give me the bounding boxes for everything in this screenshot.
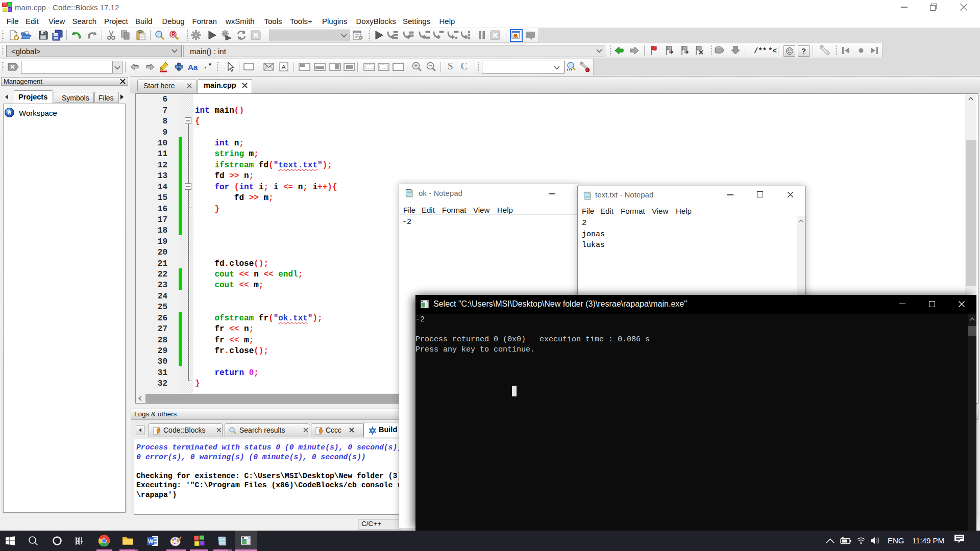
svg-text:A: A (282, 64, 286, 70)
svg-text:W: W (148, 538, 154, 544)
svg-text:R: R (172, 32, 176, 37)
